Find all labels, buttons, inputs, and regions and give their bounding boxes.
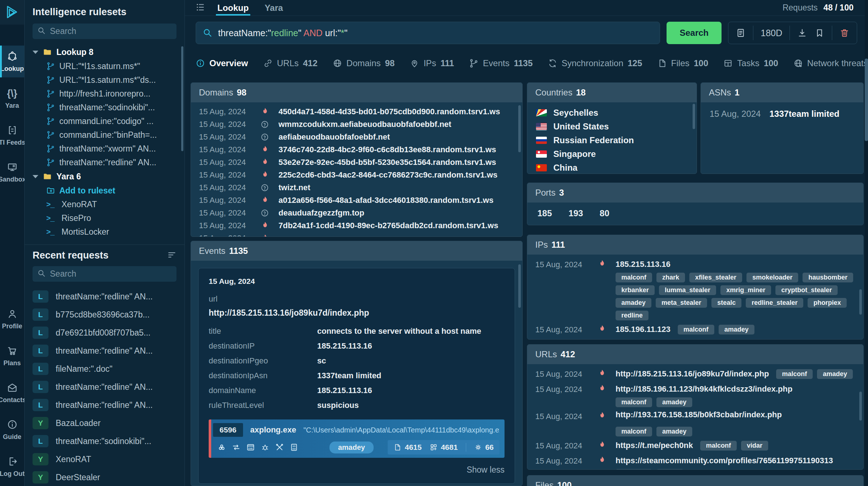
ruleset-item[interactable]: >_RisePro — [25, 211, 184, 225]
malware-tag[interactable]: smokeloader — [746, 273, 798, 282]
tab-events[interactable]: Events1135 — [469, 58, 532, 68]
ruleset-item[interactable]: URL:"*l1s.saturn.ms*" — [25, 59, 184, 73]
malware-tag[interactable]: vidar — [741, 441, 768, 451]
show-less-link[interactable]: Show less — [209, 465, 505, 475]
domain-value[interactable]: 53e2e72e-92ec-45bd-b5bf-5230e35c1564.ran… — [278, 158, 496, 167]
url-value[interactable]: http://185.196.11.123/h9k4kfklcdszz3/ind… — [616, 384, 792, 394]
tab-lookup[interactable]: Lookup — [216, 0, 250, 16]
ip-value[interactable]: 185.215.113.16 — [616, 260, 671, 269]
tab-synchronization[interactable]: Synchronization125 — [548, 58, 642, 68]
process-malware-tag[interactable]: amadey — [329, 442, 374, 453]
recent-request-item[interactable]: YXenoRAT — [25, 450, 184, 468]
recent-search-input[interactable] — [50, 269, 172, 279]
recent-request-item[interactable]: LfileName:".doc" — [25, 360, 184, 378]
asn-value[interactable]: 1337team limited — [769, 109, 839, 119]
sidebar-item-profile[interactable]: Profile — [0, 303, 24, 335]
malware-tag[interactable]: xmrig_miner — [720, 285, 771, 295]
malware-tag[interactable]: amadey — [656, 397, 692, 407]
domain-value[interactable]: a012a656-f566-48a1-afad-3dcc46018380.ran… — [278, 196, 493, 205]
malware-tag[interactable]: amadey — [656, 427, 692, 436]
malware-tag[interactable]: malconf — [616, 397, 652, 407]
recent-request-item[interactable]: YDeerStealer — [25, 468, 184, 486]
url-value[interactable]: http://193.176.158.185/b0kf3cbabr/index.… — [616, 410, 782, 419]
sidebar-item-contacts[interactable]: Contacts — [0, 377, 24, 409]
recent-request-item[interactable]: Ld7e6921bfd008f707ba5... — [25, 324, 184, 342]
malware-tag[interactable]: xfiles_stealer — [689, 273, 742, 282]
domain-value[interactable]: 7db24a1f-1cdd-4190-89ec-b2765dadb2cd.ran… — [278, 221, 498, 230]
recent-search[interactable] — [33, 266, 176, 282]
country-row[interactable]: Seychelles — [527, 106, 697, 120]
recent-request-item[interactable]: Lb775cd8be83696ca37b... — [25, 306, 184, 324]
recent-request-item[interactable]: YBazaLoader — [25, 414, 184, 432]
recent-request-item[interactable]: LthreatName:"redline" AN... — [25, 287, 184, 306]
ruleset-item[interactable]: URL:"*l1s.saturn.ms*"ds... — [25, 73, 184, 87]
ruleset-item[interactable]: threatName:"sodinokibi"... — [25, 101, 184, 114]
domain-value[interactable]: wmmzcodukxm.aefiabeuodbauobfafoebbf.net — [278, 120, 451, 129]
malware-tag[interactable]: malconf — [776, 369, 813, 379]
download-icon[interactable] — [797, 28, 807, 38]
port-value[interactable]: 193 — [569, 208, 583, 218]
tab-tasks[interactable]: Tasks100 — [723, 58, 778, 68]
domain-value[interactable]: 450d4a71-458d-4d35-bd01-b075cdb0d900.ran… — [278, 107, 500, 116]
process-stat[interactable]: 4681 — [430, 443, 458, 452]
malware-tag[interactable]: hausbomber — [803, 273, 853, 282]
ruleset-item[interactable]: http://fresh1.ironorepro... — [25, 87, 184, 101]
tab-overview[interactable]: Overview — [196, 58, 248, 68]
events-scrollbar[interactable] — [518, 264, 521, 308]
sidebar-item-plans[interactable]: Plans — [0, 340, 24, 372]
tab-domains[interactable]: Domains98 — [333, 58, 395, 68]
malware-tag[interactable]: meta_stealer — [656, 298, 707, 308]
url-value[interactable]: https://steamcommunity.com/profiles/7656… — [616, 456, 833, 465]
time-range-selector[interactable]: 180D — [761, 28, 782, 38]
domain-value[interactable]: aefiabeuodbauobfafoebbf.net — [278, 132, 390, 142]
query-input[interactable]: threatName:"redline" AND url:"*" — [196, 22, 660, 44]
malware-tag[interactable]: malconf — [616, 273, 652, 282]
malware-tag[interactable]: krbanker — [616, 285, 655, 295]
sidebar-item-sandbox[interactable]: Sandbox — [0, 156, 24, 188]
recent-request-item[interactable]: LthreatName:"sodinokibi"... — [25, 432, 184, 450]
malware-tag[interactable]: amadey — [817, 369, 853, 379]
add-to-ruleset-action[interactable]: Add to ruleset — [25, 184, 184, 197]
sidebar-item-log-out[interactable]: Log Out — [0, 451, 24, 482]
ruleset-item[interactable]: >_XenoRAT — [25, 197, 184, 211]
domain-value[interactable]: 225c2cd6-cbd3-4ac2-8464-cc7686273c9c.ran… — [278, 170, 497, 180]
rulesets-scrollbar[interactable] — [181, 46, 183, 151]
country-row[interactable]: Singapore — [527, 147, 697, 161]
filter-icon[interactable] — [167, 250, 176, 261]
sidebar-item-ti-feeds[interactable]: TI Feeds — [0, 119, 24, 151]
list-icon[interactable] — [196, 3, 205, 13]
tab-urls[interactable]: URLs412 — [263, 58, 318, 68]
ruleset-item[interactable]: threatName:"xworm" AN... — [25, 142, 184, 155]
sidebar-item-guide[interactable]: Guide — [0, 414, 24, 446]
malware-tag[interactable]: zhark — [656, 273, 685, 282]
domain-value[interactable]: deauduafzgezzfgm.top — [278, 208, 364, 218]
query-history-icon[interactable] — [736, 28, 746, 38]
ruleset-folder-lookup[interactable]: Lookup 8 — [25, 45, 184, 59]
malware-tag[interactable]: malconf — [678, 325, 714, 334]
country-row[interactable]: China — [527, 161, 697, 174]
malware-tag[interactable]: malconf — [616, 469, 652, 470]
ruleset-item[interactable]: threatName:"redline" AN... — [25, 155, 184, 169]
malware-tag[interactable]: vidar — [656, 469, 684, 470]
malware-tag[interactable]: malconf — [616, 427, 652, 436]
sidebar-item-lookup[interactable]: Lookup — [0, 46, 24, 77]
domain-value[interactable]: 3746c740-22d8-4bc2-9f60-c6c8db13ee88.ran… — [278, 145, 496, 154]
url-value[interactable]: http://185.215.113.16/jo89ku7d/index.php — [616, 369, 769, 379]
malware-tag[interactable]: phorpiex — [808, 298, 847, 308]
ruleset-item[interactable]: >_MortisLocker — [25, 225, 184, 239]
domain-value[interactable]: twizt.net — [278, 183, 310, 192]
rulesets-search[interactable] — [33, 24, 176, 39]
sidebar-item-yara[interactable]: {\}Yara — [0, 82, 24, 114]
port-value[interactable]: 80 — [600, 208, 609, 218]
ips-scrollbar[interactable] — [859, 289, 862, 315]
recent-request-item[interactable]: LthreatName:"redline" AN... — [25, 396, 184, 414]
ip-value[interactable]: 185.196.11.123 — [616, 325, 671, 334]
search-button[interactable]: Search — [667, 22, 722, 44]
domains-scrollbar[interactable] — [518, 105, 521, 152]
process-row[interactable]: 6596 axplong.exe "C:\Users\admin\AppData… — [209, 419, 505, 458]
process-stat[interactable]: 66 — [474, 443, 494, 452]
ruleset-folder-yara[interactable]: Yara 6 — [25, 169, 184, 184]
malware-tag[interactable]: amadey — [719, 325, 754, 334]
event-url-value[interactable]: http://185.215.113.16/jo89ku7d/index.php — [209, 308, 505, 318]
app-logo[interactable] — [0, 0, 24, 25]
